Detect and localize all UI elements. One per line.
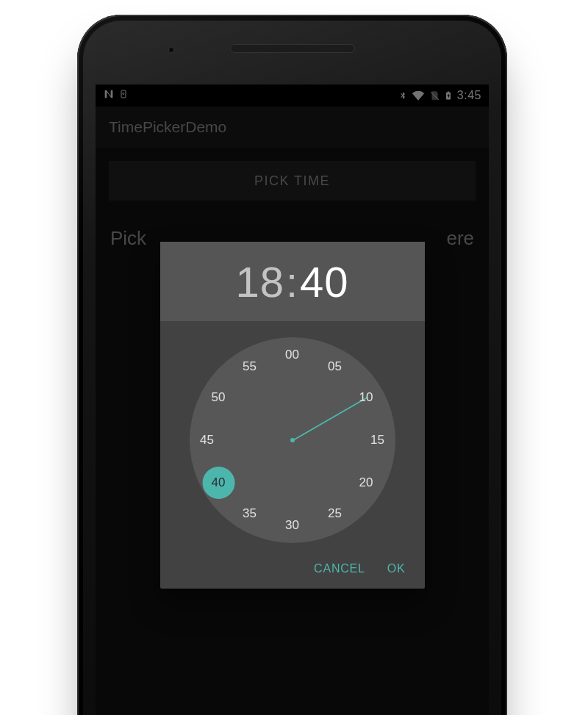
phone-chassis: 3:45 TimePickerDemo PICK TIME Pick ere	[77, 15, 507, 715]
stage: 3:45 TimePickerDemo PICK TIME Pick ere	[0, 0, 588, 715]
clock-tick-00[interactable]: 00	[276, 339, 309, 371]
clock-tick-05[interactable]: 05	[319, 351, 351, 383]
clock-face[interactable]: 40 0005101520253035455055	[190, 337, 395, 543]
device-screen: 3:45 TimePickerDemo PICK TIME Pick ere	[96, 85, 489, 715]
clock-tick-35[interactable]: 35	[234, 497, 266, 530]
time-display-colon: :	[286, 257, 298, 306]
earpiece-speaker	[230, 44, 355, 53]
cancel-button[interactable]: CANCEL	[314, 562, 365, 575]
time-picker-hours[interactable]: 18	[235, 257, 284, 306]
clock-tick-50[interactable]: 50	[202, 381, 234, 414]
clock-center-dot	[290, 438, 295, 442]
time-picker-minutes[interactable]: 40	[300, 257, 349, 306]
time-picker-header: 18 : 40	[160, 242, 425, 321]
clock-tick-20[interactable]: 20	[350, 467, 382, 499]
ok-button[interactable]: OK	[387, 562, 406, 575]
clock-tick-15[interactable]: 15	[362, 424, 394, 456]
clock-tick-55[interactable]: 55	[234, 351, 266, 383]
dialog-actions: CANCEL OK	[160, 549, 425, 580]
time-picker-dialog: 18 : 40 40 0005101520253035455055 CANCEL…	[160, 242, 425, 589]
clock-area: 40 0005101520253035455055	[160, 321, 425, 549]
clock-tick-25[interactable]: 25	[319, 497, 351, 530]
clock-tick-45[interactable]: 45	[191, 424, 223, 456]
clock-tick-10[interactable]: 10	[350, 381, 382, 414]
clock-tick-30[interactable]: 30	[276, 509, 309, 542]
clock-selection-knob[interactable]: 40	[202, 467, 234, 499]
front-camera	[168, 47, 174, 53]
time-display: 18 : 40	[235, 257, 348, 306]
